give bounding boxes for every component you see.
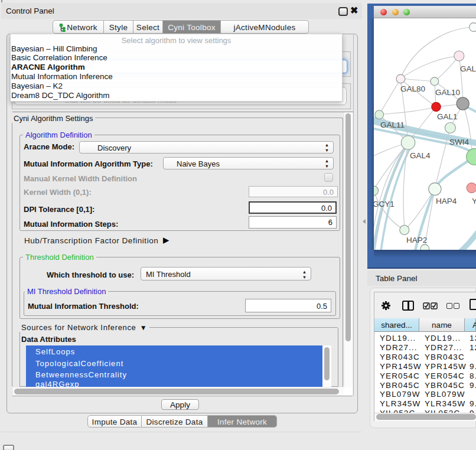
svg-text:GAL11: GAL11 bbox=[380, 120, 405, 129]
svg-text:GAL80: GAL80 bbox=[400, 84, 425, 93]
svg-text:GAL4: GAL4 bbox=[410, 151, 431, 160]
svg-text:HAP2: HAP2 bbox=[406, 236, 427, 244]
svg-text:GCY1: GCY1 bbox=[374, 200, 395, 208]
svg-text:HAP4: HAP4 bbox=[436, 197, 457, 206]
svg-text:GAL10: GAL10 bbox=[435, 88, 460, 97]
svg-text:SWI4: SWI4 bbox=[449, 138, 469, 146]
svg-text:Y: Y bbox=[472, 197, 476, 206]
svg-text:GAL1: GAL1 bbox=[437, 112, 458, 121]
svg-text:GAL2: GAL2 bbox=[460, 64, 476, 73]
